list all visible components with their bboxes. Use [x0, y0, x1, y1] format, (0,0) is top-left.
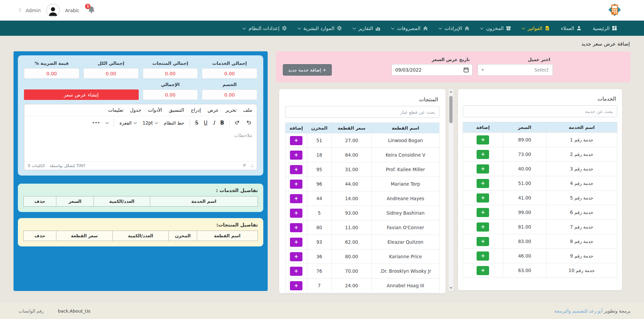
scroll-up-button[interactable]: [449, 89, 453, 94]
product-stock: 36: [307, 249, 331, 264]
language-label[interactable]: Arabic: [65, 8, 80, 13]
service-name: خدمة رقم 6: [546, 205, 617, 220]
add-product-button[interactable]: +: [290, 136, 302, 145]
app-logo[interactable]: [606, 1, 624, 20]
nav-item-settings[interactable]: إعدادات النظام: [243, 26, 287, 31]
add-cell: +: [463, 220, 503, 234]
products-total-input[interactable]: [143, 68, 198, 79]
add-cell: +: [286, 264, 307, 278]
editor-menu-item[interactable]: تعليمات: [108, 107, 123, 113]
add-service-button[interactable]: +: [477, 266, 489, 275]
add-product-button[interactable]: +: [290, 180, 302, 189]
nav-item-invoices[interactable]: الفواتير: [522, 26, 550, 31]
nav-item-hr[interactable]: الموارد البشرية: [298, 26, 342, 31]
product-stock: 44: [307, 191, 331, 206]
block-format-value: الفقرة: [119, 120, 132, 126]
add-product-button[interactable]: +: [290, 267, 302, 276]
discount-input[interactable]: [202, 89, 257, 100]
scrollbar-track[interactable]: [449, 94, 453, 286]
triangle-down-icon: [450, 287, 452, 289]
admin-menu[interactable]: Admin Arabic 1: [20, 4, 96, 17]
add-service-button[interactable]: +: [477, 251, 489, 261]
editor-menu-item[interactable]: تحرير: [225, 107, 236, 113]
redo-icon: [235, 119, 240, 125]
font-size-dropdown[interactable]: 12pt: [139, 119, 161, 127]
service-search-input[interactable]: [463, 105, 617, 117]
editor-menu-item[interactable]: ملف: [243, 107, 252, 113]
block-format-dropdown[interactable]: الفقرة: [116, 119, 139, 127]
add-product-button[interactable]: +: [290, 194, 302, 203]
nav-item-clients[interactable]: العملاء: [561, 26, 582, 31]
editor-menu-item[interactable]: الأدوات: [148, 107, 162, 113]
nav-label: الموارد البشرية: [303, 26, 334, 31]
create-quote-button[interactable]: إنشاء عرض سعر: [24, 89, 139, 100]
product-name: Dr. Brooklyn Wisoky Jr.: [372, 264, 439, 278]
underline-button[interactable]: U: [201, 119, 210, 127]
services-total-label: إجمالي الخدمات: [202, 61, 257, 66]
editor-menu-item[interactable]: جدول: [130, 107, 141, 113]
product-search-input[interactable]: [285, 106, 439, 118]
powered-by-label[interactable]: مُشغّل بواسطة TINY: [50, 163, 85, 168]
add-service-button[interactable]: +: [477, 193, 489, 203]
nav-item-income[interactable]: الإيرادات: [439, 26, 470, 31]
scrollbar-thumb[interactable]: [449, 96, 453, 123]
word-count: 0 الكلمات: [28, 163, 45, 168]
grand-total-input[interactable]: [143, 89, 198, 100]
nav-item-reports[interactable]: التقارير: [353, 26, 381, 31]
credit-prefix: برمجة وتطوير: [604, 308, 630, 314]
editor-menu-item[interactable]: إدراج: [191, 107, 201, 113]
nav-item-expenses[interactable]: المصروفات: [392, 26, 428, 31]
add-service-button[interactable]: +: [477, 222, 489, 232]
add-product-button[interactable]: +: [290, 223, 302, 232]
services-total-input[interactable]: [202, 68, 257, 79]
nav-label: الإيرادات: [445, 26, 462, 31]
add-product-button[interactable]: +: [290, 238, 302, 247]
credit-link[interactable]: أبو رعد للتصميم والبرمجة: [554, 308, 602, 314]
add-service-button[interactable]: +: [477, 150, 489, 159]
nav-item-home[interactable]: الرئيسية: [593, 26, 617, 31]
add-product-button[interactable]: +: [290, 252, 302, 261]
add-service-button[interactable]: +: [477, 208, 489, 217]
add-service-button[interactable]: +: [477, 164, 489, 174]
undo-button[interactable]: [243, 118, 254, 127]
overall-total-input[interactable]: [83, 68, 139, 79]
add-new-service-button[interactable]: + إضافة خدمة جديد: [283, 64, 332, 76]
add-service-button[interactable]: +: [477, 179, 489, 188]
services-table: اسم الخدمةالسعرإضافة خدمة رقم 1 89.00 +: [463, 122, 617, 278]
quote-date-input[interactable]: 09/03/2022: [392, 64, 473, 76]
products-scrollbar[interactable]: [449, 89, 453, 290]
add-product-button[interactable]: +: [290, 165, 302, 174]
align-dropdown[interactable]: [103, 121, 111, 125]
nav-item-inventory[interactable]: المخزون: [481, 26, 511, 31]
whatsapp-link[interactable]: رقم الواتساب: [19, 309, 44, 314]
more-tools-button[interactable]: •••: [89, 119, 103, 126]
service-name: خدمة رقم 3: [546, 162, 617, 176]
add-service-button[interactable]: +: [477, 135, 489, 144]
about-link[interactable]: back.About_Us: [58, 309, 90, 314]
client-select[interactable]: Select: [478, 64, 553, 76]
add-cell: +: [286, 148, 307, 162]
italic-button[interactable]: I: [210, 119, 218, 127]
add-product-button[interactable]: +: [290, 209, 302, 218]
notifications-button[interactable]: 1: [87, 6, 96, 15]
tax-value-input[interactable]: [24, 68, 79, 79]
redo-button[interactable]: [232, 118, 243, 127]
strikethrough-button[interactable]: S: [192, 119, 201, 127]
font-family-dropdown[interactable]: خط النظام: [161, 119, 187, 127]
add-product-button[interactable]: +: [290, 281, 302, 290]
add-cell: +: [286, 177, 307, 191]
bold-button[interactable]: B: [218, 119, 227, 127]
editor-menu-item[interactable]: عرض: [208, 107, 219, 113]
resize-grip[interactable]: [250, 164, 253, 167]
main-nav: الرئيسية العملاء الفواتير المخزون الإيرا…: [0, 21, 644, 36]
add-service-button[interactable]: +: [477, 237, 489, 246]
scroll-down-button[interactable]: [449, 286, 453, 290]
product-stock: 95: [307, 162, 331, 177]
editor-content[interactable]: ملاحظات: [24, 129, 257, 161]
nav-label: المخزون: [486, 26, 504, 31]
avatar[interactable]: [46, 4, 60, 17]
add-product-button[interactable]: +: [290, 151, 302, 160]
nav-label: الفواتير: [528, 26, 542, 31]
service-price: 46.00: [503, 249, 546, 263]
editor-menu-item[interactable]: التنسيق: [169, 107, 184, 113]
